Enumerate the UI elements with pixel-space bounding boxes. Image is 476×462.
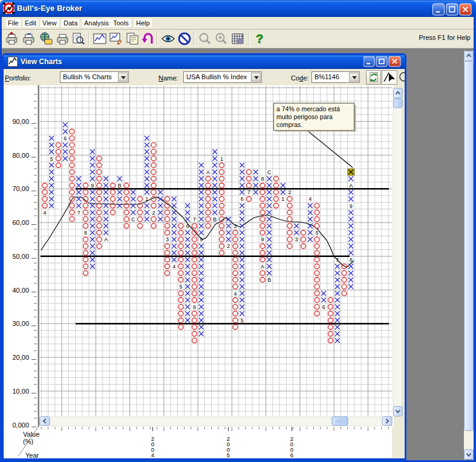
svg-text:5: 5 xyxy=(179,284,182,290)
svg-text:6: 6 xyxy=(322,304,325,310)
svg-text:6: 6 xyxy=(64,135,67,142)
svg-text:90,00: 90,00 xyxy=(12,118,29,125)
svg-text:3: 3 xyxy=(295,236,298,242)
svg-text:muito perigoso para: muito perigoso para xyxy=(276,113,333,120)
svg-text:A: A xyxy=(261,264,264,270)
svg-text:60,00: 60,00 xyxy=(12,219,29,226)
svg-text:4: 4 xyxy=(172,264,175,270)
svg-text:(%): (%) xyxy=(23,438,33,445)
svg-text:B: B xyxy=(118,183,122,189)
svg-text:7: 7 xyxy=(193,216,196,223)
svg-text:6: 6 xyxy=(290,452,293,458)
svg-text:?: ? xyxy=(256,32,263,45)
svg-text:9: 9 xyxy=(350,203,353,209)
svg-text:20,00: 20,00 xyxy=(12,354,29,361)
svg-text:7: 7 xyxy=(247,189,250,195)
svg-text:5: 5 xyxy=(241,317,244,324)
svg-text:2: 2 xyxy=(227,243,230,249)
svg-text:1: 1 xyxy=(220,156,223,162)
svg-text:5: 5 xyxy=(227,452,230,458)
svg-text:0,000: 0,000 xyxy=(12,421,29,429)
svg-text:B: B xyxy=(213,216,217,223)
svg-text:B: B xyxy=(267,277,271,283)
svg-text:3: 3 xyxy=(166,236,169,242)
svg-text:7: 7 xyxy=(336,257,339,263)
svg-text:5: 5 xyxy=(50,156,53,162)
svg-text:70,00: 70,00 xyxy=(12,185,29,192)
svg-text:A: A xyxy=(206,169,210,175)
svg-text:8: 8 xyxy=(193,304,196,310)
svg-text:Value: Value xyxy=(23,431,39,438)
svg-text:50,00: 50,00 xyxy=(12,253,29,260)
svg-text:4: 4 xyxy=(308,196,311,202)
svg-text:1: 1 xyxy=(281,196,284,202)
svg-text:3: 3 xyxy=(233,223,236,229)
svg-text:4: 4 xyxy=(233,291,236,297)
svg-text:6: 6 xyxy=(186,223,189,229)
svg-text:9: 9 xyxy=(200,236,203,242)
svg-text:2: 2 xyxy=(152,210,155,216)
svg-text:6: 6 xyxy=(241,196,244,202)
svg-text:4: 4 xyxy=(43,210,46,216)
svg-text:7: 7 xyxy=(77,210,80,216)
svg-text:C: C xyxy=(131,216,135,223)
svg-text:1: 1 xyxy=(145,196,148,202)
svg-text:Year: Year xyxy=(25,452,39,458)
svg-text:a 74% o mercado está: a 74% o mercado está xyxy=(276,105,340,112)
svg-text:2: 2 xyxy=(288,189,291,195)
svg-text:8: 8 xyxy=(350,257,353,263)
svg-text:8: 8 xyxy=(84,230,87,236)
svg-text:10,00: 10,00 xyxy=(12,388,29,395)
svg-text:9: 9 xyxy=(91,183,94,189)
svg-text:40,00: 40,00 xyxy=(12,287,29,294)
svg-text:A: A xyxy=(104,236,108,242)
svg-text:5: 5 xyxy=(315,230,318,236)
svg-text:4: 4 xyxy=(151,452,154,458)
svg-text:30,00: 30,00 xyxy=(12,320,29,327)
svg-text:A: A xyxy=(349,183,353,189)
svg-text:C: C xyxy=(267,169,272,175)
svg-text:8: 8 xyxy=(261,176,264,182)
svg-text:compras.: compras. xyxy=(276,121,302,128)
svg-text:80,00: 80,00 xyxy=(12,152,29,159)
svg-text:9: 9 xyxy=(261,236,264,242)
